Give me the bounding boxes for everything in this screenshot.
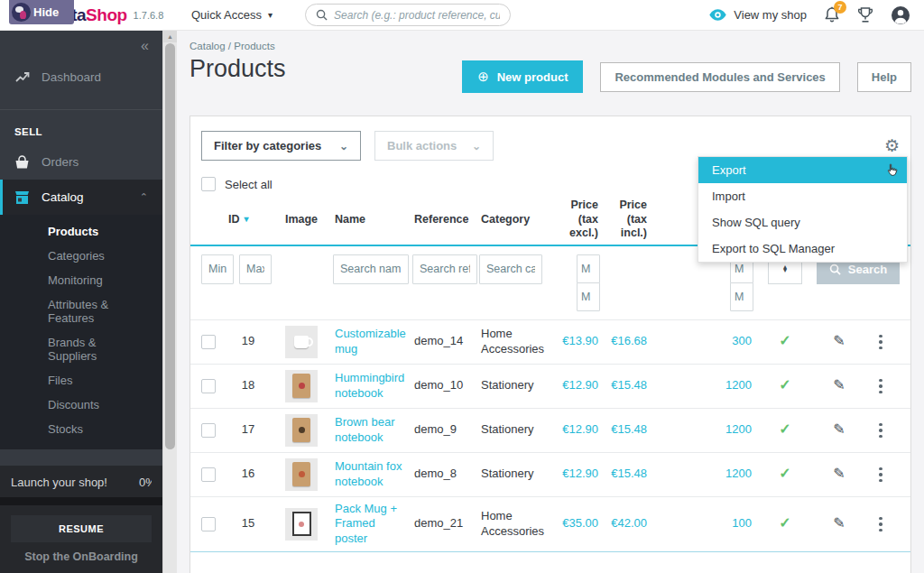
row-checkbox[interactable] xyxy=(201,379,216,393)
id-min-input[interactable] xyxy=(201,254,234,284)
main-content: Catalog / Products Products ⊕ New produc… xyxy=(177,31,924,573)
row-checkbox[interactable] xyxy=(201,423,216,438)
submenu-item-monitoring[interactable]: Monitoring xyxy=(0,268,162,292)
new-product-button[interactable]: ⊕ New product xyxy=(462,60,583,93)
cell-quantity[interactable]: 1200 xyxy=(649,464,753,485)
submenu-item-stocks[interactable]: Stocks xyxy=(0,417,162,441)
edit-pencil-icon[interactable]: ✎ xyxy=(817,512,862,536)
quick-access-menu[interactable]: Quick Access ▾ xyxy=(191,8,273,22)
column-header-price-excl[interactable]: Price (tax excl.) xyxy=(555,195,600,245)
submenu-item-discounts[interactable]: Discounts xyxy=(0,393,162,417)
row-actions-menu-icon[interactable] xyxy=(864,467,898,483)
recommended-modules-button[interactable]: Recommended Modules and Services xyxy=(600,62,839,92)
cell-reference: demo_14 xyxy=(412,331,479,352)
top-bar: Hide PrestaShop 1.7.6.8 Quick Access ▾ V… xyxy=(0,0,924,31)
id-max-input[interactable] xyxy=(239,254,272,284)
achievements-button[interactable] xyxy=(857,6,873,23)
sidebar: « Dashboard SELL Orders Catalog ⌃ Produc… xyxy=(0,31,162,573)
price-min-input[interactable] xyxy=(577,254,600,283)
row-checkbox[interactable] xyxy=(201,467,216,482)
product-name-link[interactable]: Pack Mug + Framed poster xyxy=(333,499,412,550)
row-actions-menu-icon[interactable] xyxy=(864,379,898,394)
column-header-name[interactable]: Name xyxy=(333,209,412,231)
gear-icon[interactable]: ⚙ xyxy=(884,137,900,154)
stop-onboarding-link[interactable]: Stop the OnBoarding xyxy=(0,550,162,573)
status-check-icon[interactable]: ✓ xyxy=(753,512,817,536)
column-header-category[interactable]: Category xyxy=(479,209,555,231)
product-name-link[interactable]: Hummingbird notebook xyxy=(333,368,412,404)
menu-item-export[interactable]: Export xyxy=(698,157,907,183)
store-icon xyxy=(14,189,30,205)
reference-filter-input[interactable] xyxy=(412,254,477,284)
product-name-link[interactable]: Mountain fox notebook xyxy=(333,457,412,493)
status-check-icon[interactable]: ✓ xyxy=(753,462,817,486)
row-actions-menu-icon[interactable] xyxy=(864,517,898,532)
table-row[interactable]: 16 Mountain fox notebook demo_8 Statione… xyxy=(190,452,910,496)
sidebar-item-catalog[interactable]: Catalog ⌃ xyxy=(0,180,162,215)
column-header-price-incl[interactable]: Price (tax incl.) xyxy=(600,195,649,245)
breadcrumb-catalog[interactable]: Catalog xyxy=(189,41,226,51)
row-actions-menu-icon[interactable] xyxy=(864,423,898,439)
menu-item-import[interactable]: Import xyxy=(698,183,907,209)
filter-by-categories-select[interactable]: Filter by categories ⌄ xyxy=(201,131,361,161)
submenu-item-brands[interactable]: Brands & Suppliers xyxy=(0,330,162,368)
sort-down-icon[interactable]: ▾ xyxy=(245,214,249,226)
view-my-shop-link[interactable]: View my shop xyxy=(709,8,807,22)
select-all-checkbox[interactable] xyxy=(201,177,216,191)
breadcrumb-separator: / xyxy=(228,41,231,51)
row-actions-menu-icon[interactable] xyxy=(864,335,898,350)
bulk-actions-select[interactable]: Bulk actions ⌄ xyxy=(374,131,494,161)
help-button[interactable]: Help xyxy=(857,62,911,92)
row-checkbox[interactable] xyxy=(201,517,216,531)
table-row[interactable]: 19 Customizable mug demo_14 Home Accesso… xyxy=(190,319,910,364)
scrollbar-thumb[interactable] xyxy=(165,43,175,449)
product-name-link[interactable]: Customizable mug xyxy=(333,324,412,360)
sidebar-item-orders[interactable]: Orders xyxy=(0,144,162,180)
cell-price-incl: €15.48 xyxy=(600,375,649,396)
cell-quantity[interactable]: 100 xyxy=(649,513,753,534)
cell-id: 19 xyxy=(226,331,270,352)
quantity-max-input[interactable] xyxy=(730,282,753,311)
table-row[interactable]: 15 Pack Mug + Framed poster demo_21 Home… xyxy=(190,496,910,552)
product-name-link[interactable]: Brown bear notebook xyxy=(333,412,412,448)
price-max-input[interactable] xyxy=(577,282,600,311)
cell-quantity[interactable]: 300 xyxy=(649,331,753,352)
chevron-down-icon: ▾ xyxy=(268,10,273,20)
edit-pencil-icon[interactable]: ✎ xyxy=(817,462,862,486)
resume-button[interactable]: RESUME xyxy=(11,515,152,542)
cell-quantity[interactable]: 1200 xyxy=(649,420,753,440)
recorder-hide-overlay[interactable]: Hide xyxy=(9,0,74,24)
cell-quantity[interactable]: 1200 xyxy=(649,375,753,396)
eye-icon xyxy=(709,9,726,21)
chevron-down-icon: ⌄ xyxy=(472,140,481,152)
submenu-item-categories[interactable]: Categories xyxy=(0,244,162,268)
sidebar-collapse-button[interactable]: « xyxy=(141,38,149,54)
name-filter-input[interactable] xyxy=(333,254,409,284)
select-all-label: Select all xyxy=(225,178,273,191)
notifications-button[interactable]: 7 xyxy=(824,6,840,23)
submenu-item-attributes[interactable]: Attributes & Features xyxy=(0,292,162,330)
edit-pencil-icon[interactable]: ✎ xyxy=(817,374,862,398)
table-row[interactable]: 17 Brown bear notebook demo_9 Stationery… xyxy=(190,408,910,452)
column-header-id[interactable]: ID ▾ xyxy=(226,209,270,231)
status-check-icon[interactable]: ✓ xyxy=(753,374,817,398)
table-row[interactable]: 18 Hummingbird notebook demo_10 Statione… xyxy=(190,364,910,408)
sidebar-section-sell: SELL xyxy=(0,117,162,144)
onboarding-percent: 0% xyxy=(139,476,152,489)
category-filter-input[interactable] xyxy=(479,254,542,284)
search-input[interactable] xyxy=(334,9,500,22)
status-check-icon[interactable]: ✓ xyxy=(753,418,817,442)
menu-item-show-sql[interactable]: Show SQL query xyxy=(698,209,907,236)
submenu-item-files[interactable]: Files xyxy=(0,368,162,393)
sidebar-item-dashboard[interactable]: Dashboard xyxy=(0,60,162,95)
status-check-icon[interactable]: ✓ xyxy=(753,329,817,354)
edit-pencil-icon[interactable]: ✎ xyxy=(817,418,862,442)
sidebar-scrollbar[interactable]: ▲ xyxy=(162,31,177,573)
scrollbar-up-arrow[interactable]: ▲ xyxy=(163,31,177,42)
menu-item-export-sql-manager[interactable]: Export to SQL Manager xyxy=(698,236,907,262)
column-header-reference[interactable]: Reference xyxy=(412,209,479,231)
account-menu-button[interactable] xyxy=(891,5,910,25)
edit-pencil-icon[interactable]: ✎ xyxy=(817,329,862,354)
row-checkbox[interactable] xyxy=(201,335,216,349)
submenu-item-products[interactable]: Products xyxy=(0,219,162,244)
